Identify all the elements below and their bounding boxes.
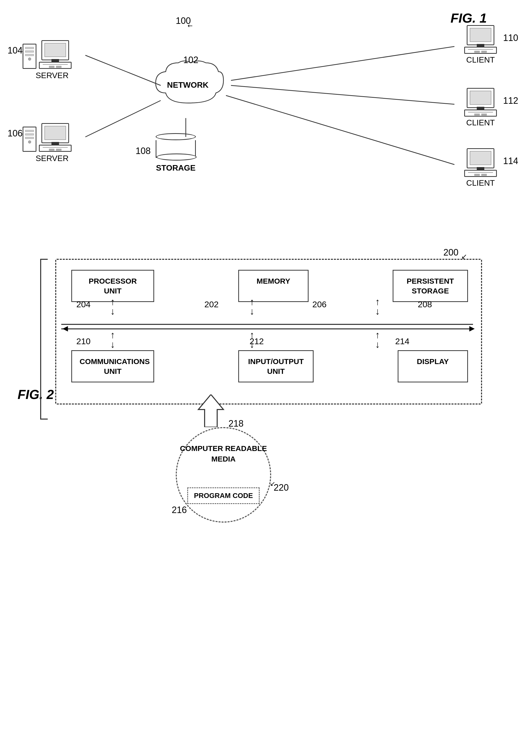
- ref-202: 202: [204, 300, 219, 309]
- svg-line-2: [231, 46, 454, 80]
- client-110-group: 110 CLIENT: [464, 25, 497, 65]
- ref-108: 108: [136, 146, 151, 156]
- fig1-title: FIG. 1: [451, 11, 487, 26]
- ref-102: 102: [183, 55, 198, 65]
- svg-marker-6: [198, 394, 223, 427]
- communications-unit-box: COMMUNICATIONS UNIT: [71, 350, 154, 382]
- arrow-212-group: ↑ ↓: [250, 330, 254, 349]
- program-code-box: PROGRAM CODE: [187, 487, 260, 504]
- client-114-group: 114 CLIENT: [464, 148, 497, 188]
- ref-104: 104: [8, 45, 23, 56]
- ref-220: 220: [274, 482, 289, 493]
- persistent-storage-box: PERSISTENT STORAGE: [393, 270, 468, 302]
- server-106-group: 106 SERVER: [23, 123, 71, 163]
- arrow-220-icon: ↙: [270, 480, 275, 488]
- bottom-row: COMMUNICATIONS UNIT INPUT/OUTPUT UNIT DI…: [71, 350, 468, 382]
- data-processing-box: 200 ↙ PROCESSOR UNIT MEMORY PERSISTENT S…: [55, 259, 482, 405]
- ref-214: 214: [395, 337, 410, 346]
- circle-media: COMPUTER READABLE MEDIA PROGRAM CODE 216: [176, 427, 271, 523]
- storage-108-group: 108 STORAGE: [156, 133, 196, 173]
- server-104-label: SERVER: [33, 71, 71, 80]
- ref-112: 112: [503, 95, 518, 106]
- svg-line-4: [226, 95, 454, 165]
- arrow-206-group: ↑ ↓: [250, 297, 254, 316]
- fig1-connections: [0, 0, 532, 226]
- fig2-section: FIG. 2 200 ↙ PROCESSOR UNIT MEMORY PERSI…: [0, 251, 532, 754]
- storage-108-label: STORAGE: [156, 163, 196, 173]
- ref-200: 200: [443, 247, 458, 258]
- ref-204: 204: [76, 300, 90, 309]
- ref-114: 114: [503, 156, 518, 166]
- arrow-208-group: ↑ ↓: [375, 297, 380, 316]
- ref-216: 216: [172, 505, 187, 515]
- client-110-label: CLIENT: [464, 55, 497, 65]
- media-section: 218 COMPUTER READABLE MEDIA PROGRAM CODE…: [176, 427, 271, 523]
- arrow-214-group: ↑ ↓: [375, 330, 380, 349]
- server-106-label: SERVER: [33, 154, 71, 163]
- display-box: DISPLAY: [398, 350, 468, 382]
- bus-left-arrow-icon: ◄: [61, 323, 70, 334]
- arrow-210-group: ↑ ↓: [110, 330, 115, 349]
- ref-210: 210: [76, 337, 90, 346]
- client-114-label: CLIENT: [464, 178, 497, 188]
- fig2-title: FIG. 2: [17, 387, 54, 402]
- page: FIG. 1 100 ↙ 104: [0, 0, 532, 756]
- network-label: NETWORK: [155, 80, 220, 90]
- arrow-204-group: ↑ ↓: [110, 297, 115, 316]
- bus-bar: [61, 324, 473, 329]
- ref-106: 106: [8, 128, 23, 139]
- bus-right-arrow-icon: ►: [468, 323, 476, 334]
- arrow-218-icon: [196, 394, 226, 427]
- arrow-200-icon: ↙: [461, 252, 467, 260]
- fig2-bracket: [40, 259, 48, 419]
- arrow-218-group: [196, 394, 226, 428]
- memory-box: MEMORY: [238, 270, 309, 302]
- top-row: PROCESSOR UNIT MEMORY PERSISTENT STORAGE: [71, 270, 468, 302]
- ref-218: 218: [228, 418, 243, 429]
- ref-110: 110: [503, 33, 518, 43]
- ref-208: 208: [418, 300, 432, 309]
- client-112-label: CLIENT: [464, 118, 497, 127]
- ref-206: 206: [312, 300, 327, 309]
- computer-readable-media-label: COMPUTER READABLE MEDIA: [177, 443, 270, 464]
- io-unit-box: INPUT/OUTPUT UNIT: [238, 350, 314, 382]
- svg-line-3: [231, 85, 454, 104]
- client-112-group: 112 CLIENT: [464, 88, 497, 127]
- server-104-group: 104 SERVER: [23, 40, 71, 80]
